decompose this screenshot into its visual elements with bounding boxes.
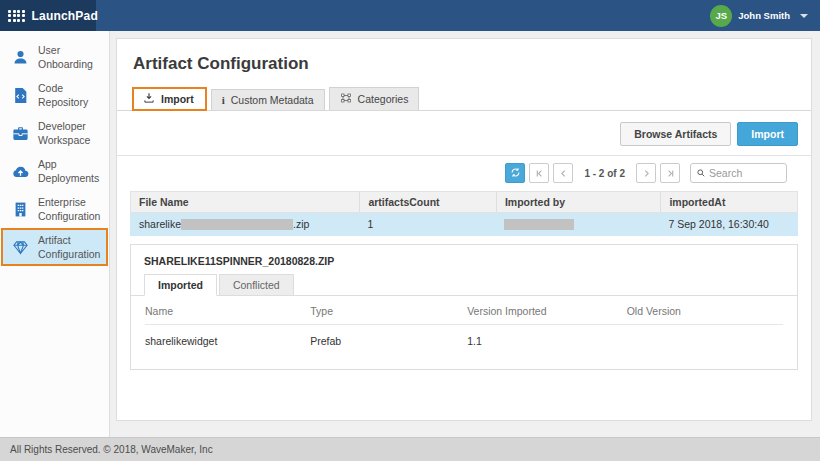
column-header-imported-at[interactable]: importedAt [660, 192, 797, 212]
toolbar-row: 1 - 2 of 2 [117, 156, 811, 183]
detail-table-row: sharelikewidget Prefab 1.1 [145, 325, 783, 351]
first-page-button[interactable] [529, 163, 549, 183]
tab-imported[interactable]: Imported [144, 274, 217, 296]
briefcase-icon [11, 124, 29, 142]
imported-at-cell: 7 Sep 2018, 16:30:40 [660, 213, 797, 235]
sidebar-item-enterprise-configuration[interactable]: EnterpriseConfiguration [1, 190, 108, 228]
tab-label: Categories [358, 93, 409, 105]
info-icon: i [222, 94, 225, 106]
search-input[interactable] [709, 167, 781, 179]
sidebar-item-label: ArtifactConfiguration [38, 233, 100, 261]
imported-by-cell [496, 213, 661, 235]
sidebar-item-artifact-configuration[interactable]: ArtifactConfiguration [1, 228, 108, 266]
avatar[interactable]: JS [710, 5, 732, 27]
user-name: John Smith [738, 10, 790, 21]
old-version-cell [627, 325, 783, 351]
tab-categories[interactable]: Categories [329, 87, 420, 110]
sidebar: UserOnboarding CodeRepository DeveloperW… [0, 31, 110, 437]
detail-tab-bar: Imported Conflicted [131, 274, 797, 296]
column-header-imported-by[interactable]: Imported by [496, 192, 661, 212]
brand[interactable]: LaunchPad [0, 0, 96, 31]
file-name-cell: sharelike.zip [131, 213, 359, 235]
building-icon [11, 200, 29, 218]
categories-icon [340, 92, 352, 106]
search-icon [696, 164, 706, 182]
sidebar-item-developer-workspace[interactable]: DeveloperWorkspace [1, 114, 108, 152]
main-panel: Artifact Configuration Import i Custom M… [116, 38, 812, 421]
table-header: File Name artifactsCount Imported by imp… [130, 191, 798, 213]
detail-title: SHARELIKE11SPINNER_20180828.ZIP [131, 245, 797, 274]
refresh-icon [510, 164, 521, 182]
avatar-initials: JS [715, 10, 727, 21]
detail-table-header: Name Type Version Imported Old Version [145, 296, 783, 325]
sidebar-item-label: UserOnboarding [38, 43, 93, 71]
code-file-icon [11, 86, 29, 104]
detail-panel: SHARELIKE11SPINNER_20180828.ZIP Imported… [130, 244, 798, 370]
refresh-button[interactable] [505, 163, 525, 183]
tab-custom-metadata[interactable]: i Custom Metadata [211, 89, 325, 110]
sidebar-item-label: CodeRepository [38, 81, 88, 109]
version-imported-cell: 1.1 [467, 325, 627, 351]
sidebar-item-label: EnterpriseConfiguration [38, 195, 100, 223]
sidebar-item-label: AppDeployments [38, 157, 99, 185]
next-page-button[interactable] [636, 163, 656, 183]
redacted-text [504, 219, 574, 230]
prev-page-button[interactable] [553, 163, 573, 183]
sidebar-item-label: DeveloperWorkspace [38, 119, 90, 147]
table-row[interactable]: sharelike.zip 1 7 Sep 2018, 16:30:40 [130, 213, 798, 236]
user-icon [11, 48, 29, 66]
column-header-old-version: Old Version [627, 296, 783, 324]
user-menu[interactable]: John Smith [738, 10, 808, 21]
sidebar-item-code-repository[interactable]: CodeRepository [1, 76, 108, 114]
diamond-icon [11, 238, 29, 256]
topbar: LaunchPad JS John Smith [0, 0, 820, 31]
column-header-file-name[interactable]: File Name [131, 192, 359, 212]
tab-label: Custom Metadata [231, 94, 314, 106]
main-content: Artifact Configuration Import i Custom M… [110, 31, 820, 437]
column-header-version-imported: Version Imported [467, 296, 627, 324]
column-header-name: Name [145, 296, 310, 324]
artifact-name-cell: sharelikewidget [145, 325, 310, 351]
topbar-right: JS John Smith [710, 0, 820, 31]
footer: All Rights Reserved. © 2018, WaveMaker, … [0, 437, 820, 461]
import-button[interactable]: Import [737, 122, 798, 146]
browse-artifacts-button[interactable]: Browse Artifacts [620, 122, 731, 146]
column-header-type: Type [310, 296, 467, 324]
sidebar-item-app-deployments[interactable]: AppDeployments [1, 152, 108, 190]
page-title: Artifact Configuration [133, 54, 811, 74]
apps-grid-icon [8, 10, 25, 22]
artifacts-count-cell: 1 [359, 213, 496, 235]
download-icon [143, 92, 155, 106]
chevron-down-icon [800, 14, 808, 18]
artifact-type-cell: Prefab [310, 325, 467, 351]
redacted-text [181, 219, 293, 230]
sidebar-item-user-onboarding[interactable]: UserOnboarding [1, 38, 108, 76]
page-range: 1 - 2 of 2 [584, 168, 625, 179]
brand-title: LaunchPad [32, 9, 98, 23]
tab-bar: Import i Custom Metadata Categories [117, 87, 811, 111]
tab-conflicted[interactable]: Conflicted [219, 274, 294, 295]
column-header-artifacts-count[interactable]: artifactsCount [359, 192, 496, 212]
tab-label: Import [161, 93, 194, 105]
tab-import[interactable]: Import [132, 87, 207, 111]
artifacts-table: File Name artifactsCount Imported by imp… [130, 191, 798, 236]
search-box [690, 163, 787, 183]
cloud-upload-icon [11, 162, 29, 180]
actions-row: Browse Artifacts Import [117, 111, 811, 146]
last-page-button[interactable] [660, 163, 680, 183]
